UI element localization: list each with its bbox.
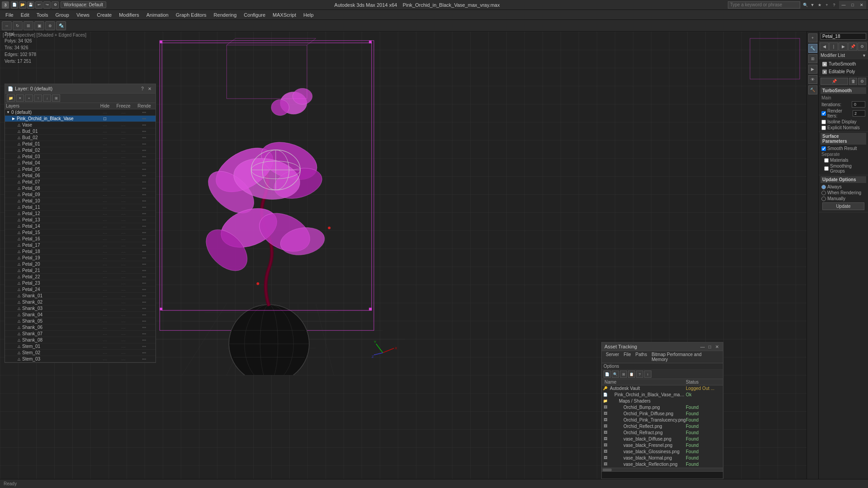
layers-add-btn[interactable]: + <box>25 94 33 102</box>
asset-row[interactable]: 🖼 vase_black_Glossiness.png Found <box>602 449 723 455</box>
asset-row[interactable]: 📄 Pink_Orchid_in_Black_Vase_max_vray....… <box>602 392 723 398</box>
asset-row[interactable]: 🖼 Orchid_Reflect.png Found <box>602 423 723 430</box>
layer-item[interactable]: △ Petal_21 .... .... ▪▪▪ <box>5 267 156 274</box>
layer-item[interactable]: △ Petal_19 .... .... ▪▪▪ <box>5 255 156 261</box>
layer-item[interactable]: △ Bud_02 .... .... ▪▪▪ <box>5 135 156 141</box>
layer-item[interactable]: △ Petal_05 .... .... ▪▪▪ <box>5 166 156 173</box>
asset-row[interactable]: 🖼 Orchid_Pink_Translucency.png Found <box>602 417 723 423</box>
menu-rendering[interactable]: Rendering <box>210 11 241 19</box>
layers-delete-btn[interactable]: ✕ <box>16 94 24 102</box>
panel-track-icon[interactable]: | <box>829 42 838 51</box>
asset-row[interactable]: 🖼 vase_black_Diffuse.png Found <box>602 436 723 442</box>
mod-delete-button[interactable]: 🗑 <box>849 78 857 85</box>
asset-toolbar-btn4[interactable]: 📋 <box>628 371 635 378</box>
asset-help-btn[interactable]: ? <box>636 371 643 378</box>
surface-params-title[interactable]: Surface Parameters <box>821 133 866 145</box>
render-iters-checkbox[interactable] <box>821 111 826 116</box>
display-panel-icon[interactable]: 👁 <box>808 75 817 84</box>
object-name-field[interactable] <box>821 33 866 40</box>
layer-item[interactable]: △ Bud_01 .... .... ▪▪▪ <box>5 128 156 135</box>
panel-pin-icon[interactable]: 📌 <box>848 42 857 51</box>
layer-item[interactable]: △ Petal_07 .... .... ▪▪▪ <box>5 179 156 185</box>
layer-item[interactable]: △ Shank_05 .... .... ▪▪▪ <box>5 318 156 324</box>
layer-item[interactable]: △ Petal_13 .... .... ▪▪▪ <box>5 217 156 223</box>
layer-item[interactable]: △ Petal_01 .... .... ▪▪▪ <box>5 141 156 147</box>
hierarchy-panel-icon[interactable]: ⊞ <box>808 54 817 63</box>
asset-paths-menu[interactable]: Paths <box>633 352 650 362</box>
render-iters-input[interactable]: 2 <box>853 110 865 117</box>
new-btn[interactable]: 📄 <box>11 1 18 9</box>
asset-toolbar-btn3[interactable]: ⊞ <box>620 371 627 378</box>
layer-item[interactable]: △ Petal_03 .... .... ▪▪▪ <box>5 154 156 160</box>
asset-row[interactable]: 🖼 vase_black_Normal.png Found <box>602 455 723 461</box>
maximize-button[interactable]: □ <box>848 1 857 9</box>
asset-bitmap-menu[interactable]: Bitmap Performance and Memory <box>649 352 721 362</box>
turbosm-title[interactable]: TurboSmooth <box>821 87 866 94</box>
redo-btn[interactable]: ↪ <box>43 1 51 9</box>
layer-item[interactable]: △ Petal_12 .... .... ▪▪▪ <box>5 211 156 217</box>
layer-item[interactable]: ▼ 0 (default) .... .... ▪▪▪ <box>5 109 156 116</box>
panel-prev-icon[interactable]: ◀ <box>820 42 829 51</box>
layer-item[interactable]: △ Petal_14 .... .... ▪▪▪ <box>5 223 156 230</box>
layer-visibility-checkbox[interactable]: □ <box>97 116 113 121</box>
asset-close-btn[interactable]: ✕ <box>714 343 720 350</box>
when-rendering-radio[interactable] <box>821 191 826 195</box>
panel-next-icon[interactable]: ▶ <box>839 42 848 51</box>
layers-panel-help-btn[interactable]: ? <box>139 85 146 92</box>
layer-list[interactable]: ▼ 0 (default) .... .... ▪▪▪ ▶ Pink_Orchi… <box>5 109 156 362</box>
scale-tool[interactable]: ⊞ <box>24 21 33 30</box>
asset-row[interactable]: 🔑 Autodesk Vault Logged Out ... <box>602 385 723 392</box>
menu-help[interactable]: Help <box>300 11 317 19</box>
save-btn[interactable]: 💾 <box>27 1 34 9</box>
asset-options-menu[interactable]: Options <box>602 363 723 370</box>
create-panel-icon[interactable]: + <box>808 33 817 42</box>
modify-panel-icon[interactable]: 🔧 <box>808 44 817 53</box>
layer-item[interactable]: △ Petal_15 .... .... ▪▪▪ <box>5 230 156 236</box>
asset-row[interactable]: 🖼 Orchid_Pink_Diffuse.png Found <box>602 411 723 417</box>
layer-item[interactable]: △ Petal_23 .... .... ▪▪▪ <box>5 280 156 286</box>
asset-input-field[interactable] <box>602 471 723 479</box>
asset-row[interactable]: 🖼 vase_black_Reflection.png Found <box>602 461 723 468</box>
update-button[interactable]: Update <box>822 202 864 210</box>
mod-configure-button[interactable]: ⚙ <box>858 78 866 85</box>
layer-item[interactable]: △ Shank_02 .... .... ▪▪▪ <box>5 299 156 305</box>
move-tool[interactable]: ↔ <box>2 21 12 30</box>
layer-item[interactable]: △ Shank_03 .... .... ▪▪▪ <box>5 305 156 312</box>
layer-item[interactable]: △ Petal_10 .... .... ▪▪▪ <box>5 198 156 204</box>
layer-item[interactable]: △ Vase .... .... ▪▪▪ <box>5 122 156 128</box>
layer-item[interactable]: △ Petal_20 .... .... ▪▪▪ <box>5 261 156 267</box>
modifier-list-dropdown-icon[interactable]: ▼ <box>862 53 866 58</box>
materials-checkbox[interactable] <box>824 158 829 163</box>
layer-item[interactable]: ▶ Pink_Orchid_in_Black_Vase □ .... ▪▪▪ <box>5 116 156 122</box>
always-radio[interactable] <box>821 185 826 189</box>
search-options-icon[interactable]: ▼ <box>809 2 816 8</box>
layers-folder-btn[interactable]: 📁 <box>7 94 15 102</box>
mod-pin-button[interactable]: 📌 <box>821 78 848 85</box>
mod-turbosm[interactable]: ● TurboSmooth <box>821 60 866 68</box>
layers-move-up-btn[interactable]: ↑ <box>34 94 42 102</box>
menu-maxscript[interactable]: MAXScript <box>269 11 300 19</box>
layer-item[interactable]: △ Stem_03 .... .... ▪▪▪ <box>5 356 156 362</box>
layer-item[interactable]: △ Stem_01 .... .... ▪▪▪ <box>5 343 156 350</box>
layer-item[interactable]: △ Petal_02 .... .... ▪▪▪ <box>5 147 156 154</box>
menu-graph-editors[interactable]: Graph Editors <box>172 11 210 19</box>
asset-row[interactable]: 🖼 vase_black_Fresnel.png Found <box>602 442 723 449</box>
layer-item[interactable]: △ Petal_24 .... .... ▪▪▪ <box>5 286 156 293</box>
asset-scrollbar-thumb[interactable] <box>603 469 612 471</box>
bookmark-icon[interactable]: ★ <box>816 2 823 8</box>
menu-file[interactable]: File <box>2 11 17 19</box>
layer-item[interactable]: △ Petal_11 .... .... ▪▪▪ <box>5 204 156 211</box>
layer-item[interactable]: △ Shank_01 .... .... ▪▪▪ <box>5 293 156 299</box>
workspace-dropdown[interactable]: Workspace: Default <box>61 1 106 8</box>
help-icon[interactable]: ? <box>831 2 837 8</box>
select-tool[interactable]: ▣ <box>34 21 44 30</box>
layer-item[interactable]: △ Petal_16 .... .... ▪▪▪ <box>5 236 156 242</box>
menu-tools[interactable]: Tools <box>33 11 52 19</box>
isoline-checkbox[interactable] <box>821 120 826 124</box>
rotate-tool[interactable]: ↻ <box>13 21 23 30</box>
close-button[interactable]: ✕ <box>857 1 866 9</box>
explicit-normals-checkbox[interactable] <box>821 126 826 130</box>
iterations-input[interactable]: 0 <box>852 101 865 108</box>
minimize-button[interactable]: — <box>839 1 848 9</box>
asset-server-menu[interactable]: Server <box>604 352 621 362</box>
